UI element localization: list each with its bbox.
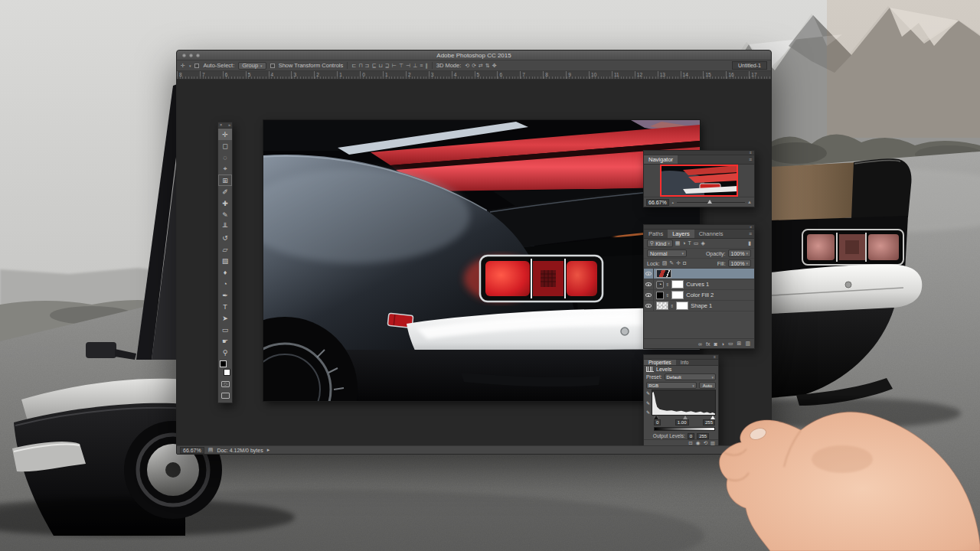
zoom-in-icon[interactable]: ▲ [747, 200, 752, 204]
tab-info[interactable]: Info [676, 360, 694, 365]
layers-footer-icon[interactable]: fx [706, 341, 710, 347]
layer-visibility-toggle[interactable] [644, 290, 654, 300]
auto-select-checkbox[interactable] [194, 64, 199, 68]
gradient-tool[interactable]: ▧ [218, 255, 232, 266]
align-icon[interactable]: ⊢ [392, 62, 397, 70]
tab-channels[interactable]: Channels [694, 230, 728, 238]
tab-layers[interactable]: Layers [668, 230, 694, 238]
zoom-window-button[interactable] [196, 54, 200, 57]
layers-footer-icon[interactable]: ◑ [721, 341, 724, 347]
quick-mask-button[interactable] [218, 378, 232, 390]
align-icon[interactable]: ⊓ [358, 62, 362, 70]
auto-button[interactable]: Auto [699, 382, 716, 389]
foreground-color-swatch[interactable] [220, 360, 227, 367]
slider-thumb[interactable] [707, 200, 712, 204]
panel-menu-icon[interactable]: ≡ [746, 155, 754, 164]
navigator-zoom-field[interactable]: 66.67% [646, 199, 669, 206]
align-icon[interactable]: ⊒ [385, 62, 390, 70]
midtone-input-slider[interactable] [683, 416, 688, 419]
layers-footer-icon[interactable]: ∞ [698, 341, 702, 347]
gray-point-eyedropper-icon[interactable]: ✎ [646, 400, 650, 406]
properties-footer-icon[interactable]: ⟲ [703, 440, 707, 445]
tab-paths[interactable]: Paths [644, 230, 668, 238]
clone-stamp-tool[interactable]: ╨ [218, 220, 232, 232]
align-icon[interactable]: ⊑ [371, 62, 376, 70]
layer-visibility-toggle[interactable] [644, 269, 654, 279]
align-icon[interactable]: ⊐ [365, 62, 370, 70]
layer-visibility-toggle[interactable] [644, 279, 654, 289]
close-window-button[interactable] [182, 54, 186, 57]
align-icon[interactable]: ⊥ [413, 62, 417, 70]
3d-mode-icon[interactable]: ⟲ [465, 62, 469, 70]
3d-mode-icon[interactable]: ⟳ [472, 62, 476, 70]
marquee-tool[interactable]: ◻ [218, 140, 232, 152]
opacity-field[interactable]: 100% ▾ [728, 249, 751, 257]
move-tool[interactable]: ✛ [218, 129, 232, 140]
white-point-eyedropper-icon[interactable]: ✎ [646, 409, 650, 415]
properties-footer-icon[interactable]: ⊡ [688, 440, 692, 445]
auto-select-target-dropdown[interactable]: Group ▾ [238, 62, 266, 70]
color-fill-thumbnail[interactable] [656, 292, 664, 299]
lock-icon[interactable]: ▨ [662, 260, 668, 266]
properties-footer-icon[interactable]: ◉ [696, 440, 701, 445]
filter-type-icon[interactable]: ▦ [675, 240, 681, 246]
show-transform-checkbox[interactable] [270, 64, 275, 68]
spot-healing-tool[interactable]: ✚ [218, 197, 232, 209]
layer-row-image[interactable] [644, 269, 754, 279]
color-swatches[interactable] [218, 358, 232, 378]
align-icon[interactable]: ⊣ [406, 62, 410, 70]
output-gradient-bar[interactable] [654, 427, 715, 430]
status-expand-icon[interactable]: ▸ [267, 447, 270, 453]
properties-footer-icon[interactable]: ▥ [710, 440, 715, 445]
dodge-tool[interactable]: ◔ [218, 278, 232, 289]
zoom-tool[interactable]: ⚲ [218, 347, 232, 358]
fill-field[interactable]: 100% ▾ [728, 259, 751, 267]
filter-type-icon[interactable]: ▭ [694, 240, 699, 246]
align-icon[interactable]: ⊤ [399, 62, 403, 70]
align-icon[interactable]: ⊏ [351, 62, 356, 70]
levels-histogram[interactable] [652, 390, 716, 416]
pen-tool[interactable]: ✒ [218, 289, 232, 301]
filter-kind-dropdown[interactable]: ⚲ Kind ▾ [647, 240, 673, 247]
collapse-icon[interactable]: » [228, 122, 230, 128]
eraser-tool[interactable]: ▱ [218, 243, 232, 255]
shape-layer-thumbnail[interactable] [656, 302, 668, 310]
type-tool[interactable]: T [218, 301, 232, 312]
layer-thumbnail[interactable] [656, 269, 671, 278]
blend-mode-dropdown[interactable]: Normal ▾ [647, 249, 687, 257]
document-tab[interactable]: Untitled-1 [732, 61, 767, 70]
align-icon[interactable]: ∥ [425, 62, 428, 70]
panel-menu-icon[interactable]: ≡ [750, 151, 752, 155]
midtone-input-value[interactable]: 1.00 [675, 419, 689, 425]
layers-footer-icon[interactable]: ▭ [728, 341, 733, 347]
background-color-swatch[interactable] [224, 369, 230, 376]
brush-tool[interactable]: ✎ [218, 209, 232, 220]
layers-footer-icon[interactable]: ⊞ [737, 341, 742, 347]
3d-mode-icon[interactable]: ⇅ [485, 62, 490, 70]
layers-footer-icon[interactable]: ◙ [714, 341, 717, 347]
highlight-input-slider[interactable] [710, 416, 715, 419]
output-min-value[interactable]: 0 [688, 433, 694, 439]
layer-row-color-fill[interactable]: ∞ Color Fill 2 [644, 290, 754, 301]
layer-mask-thumbnail[interactable] [671, 280, 684, 289]
layer-visibility-toggle[interactable] [644, 301, 654, 311]
lock-icon[interactable]: ✛ [676, 260, 681, 266]
layers-footer-icon[interactable]: ▥ [745, 341, 750, 347]
zoom-level-field[interactable]: 66.67% [180, 447, 204, 454]
shape-tool[interactable]: ▭ [218, 324, 232, 335]
layer-mask-thumbnail[interactable] [671, 291, 684, 299]
filter-pin-icon[interactable]: ▮ [748, 240, 751, 246]
canvas-image[interactable] [263, 120, 700, 401]
panel-menu-icon[interactable]: ≡ [746, 230, 754, 238]
screen-mode-button[interactable] [218, 390, 232, 401]
eyedropper-tool[interactable]: ✐ [218, 186, 232, 197]
align-icon[interactable]: ⊔ [378, 62, 382, 70]
blur-tool[interactable]: ♦ [218, 266, 232, 278]
3d-mode-icon[interactable]: ✥ [492, 62, 497, 70]
navigator-zoom-slider[interactable] [677, 202, 745, 203]
shadow-input-value[interactable]: 0 [654, 419, 661, 425]
layer-row-shape[interactable]: ∞ Shape 1 [644, 301, 754, 311]
layer-row-curves[interactable]: ◔ ∞ Curves 1 [644, 279, 754, 290]
collapse-icon[interactable]: « [750, 225, 752, 229]
3d-mode-icon[interactable]: ⇄ [479, 62, 483, 70]
